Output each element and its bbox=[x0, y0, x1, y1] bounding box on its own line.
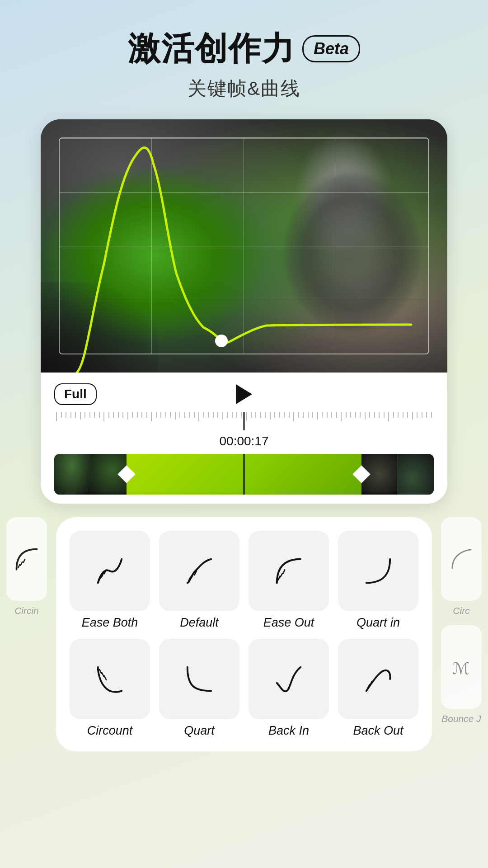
easing-label-back-in: Back In bbox=[268, 724, 309, 738]
timeline-ruler bbox=[54, 412, 434, 430]
easing-label-ease-out: Ease Out bbox=[263, 616, 314, 630]
header-subtitle: 关键帧&曲线 bbox=[128, 76, 360, 101]
easing-item-ease-both: Ease Both bbox=[70, 531, 150, 630]
svg-line-14 bbox=[102, 673, 104, 677]
page-container: 激活创作力 Beta 关键帧&曲线 Full bbox=[0, 0, 488, 868]
svg-point-0 bbox=[215, 335, 228, 347]
easing-item-back-in: Back In bbox=[249, 639, 329, 738]
svg-line-12 bbox=[283, 570, 285, 573]
page-title: 激活创作力 bbox=[128, 27, 295, 71]
partial-label-bounce-j: Bounce J bbox=[441, 713, 481, 724]
svg-line-13 bbox=[99, 670, 101, 674]
partial-card-circ[interactable] bbox=[441, 517, 482, 601]
timeline-controls: Full bbox=[54, 383, 434, 405]
easing-card-quart[interactable] bbox=[159, 639, 239, 719]
header: 激活创作力 Beta 关键帧&曲线 bbox=[128, 27, 360, 101]
easing-card-ease-out[interactable] bbox=[249, 531, 329, 611]
video-preview bbox=[41, 119, 447, 373]
easing-card-ease-both[interactable] bbox=[70, 531, 150, 611]
svg-line-3 bbox=[23, 559, 25, 563]
right-partial-group: Circ ℳ Bounce J bbox=[441, 517, 482, 724]
easing-item-circount: Circount bbox=[70, 639, 150, 738]
header-title-row: 激活创作力 Beta bbox=[128, 27, 360, 71]
playhead-line bbox=[244, 412, 245, 430]
partial-card-bounce-j[interactable]: ℳ bbox=[441, 625, 482, 709]
main-card: Full 00:00:17 bbox=[41, 119, 447, 504]
full-badge[interactable]: Full bbox=[54, 383, 97, 405]
easing-row-1: Circin Eas bbox=[0, 517, 488, 751]
partial-item-circ: Circ bbox=[441, 517, 482, 616]
svg-text:ℳ: ℳ bbox=[452, 660, 469, 678]
easing-label-ease-both: Ease Both bbox=[82, 616, 138, 630]
svg-line-2 bbox=[21, 562, 23, 566]
partial-label-circin: Circin bbox=[14, 605, 39, 616]
svg-line-10 bbox=[278, 576, 280, 580]
easing-item-quart-in: Quart in bbox=[338, 531, 418, 630]
easing-item-ease-out: Ease Out bbox=[249, 531, 329, 630]
easing-item-default: Default bbox=[159, 531, 239, 630]
svg-line-11 bbox=[281, 573, 282, 577]
play-button[interactable] bbox=[236, 384, 252, 404]
timecode: 00:00:17 bbox=[54, 434, 434, 448]
easing-grid-row2: Circount Quart bbox=[70, 639, 418, 738]
partial-label-circ: Circ bbox=[453, 605, 469, 616]
easing-item-quart: Quart bbox=[159, 639, 239, 738]
easing-item-back-out: Back Out bbox=[338, 639, 418, 738]
timeline-area: Full 00:00:17 bbox=[41, 373, 447, 504]
partial-item-bounce-j: ℳ Bounce J bbox=[441, 625, 482, 724]
film-segment-dark-left bbox=[54, 454, 127, 495]
easing-card-circount[interactable] bbox=[70, 639, 150, 719]
center-grid-wrap: Ease Both Default bbox=[56, 517, 432, 751]
easing-label-quart-in: Quart in bbox=[357, 616, 400, 630]
easing-card-default[interactable] bbox=[159, 531, 239, 611]
animation-curve bbox=[41, 119, 447, 373]
easing-label-quart: Quart bbox=[184, 724, 215, 738]
filmstrip[interactable] bbox=[54, 454, 434, 495]
film-segment-dark-right bbox=[361, 454, 434, 495]
partial-item-circin: Circin bbox=[6, 517, 47, 616]
partial-card-circin[interactable] bbox=[6, 517, 47, 601]
svg-line-15 bbox=[104, 676, 106, 680]
svg-line-1 bbox=[18, 564, 20, 568]
easing-label-back-out: Back Out bbox=[353, 724, 403, 738]
filmstrip-playhead bbox=[244, 454, 245, 495]
beta-badge: Beta bbox=[302, 35, 360, 62]
easing-label-circount: Circount bbox=[87, 724, 133, 738]
easing-grid-row1: Ease Both Default bbox=[70, 531, 418, 630]
easing-section: Circin Eas bbox=[0, 517, 488, 751]
easing-card-back-in[interactable] bbox=[249, 639, 329, 719]
easing-label-default: Default bbox=[180, 616, 219, 630]
easing-card-back-out[interactable] bbox=[338, 639, 418, 719]
easing-card-quart-in[interactable] bbox=[338, 531, 418, 611]
